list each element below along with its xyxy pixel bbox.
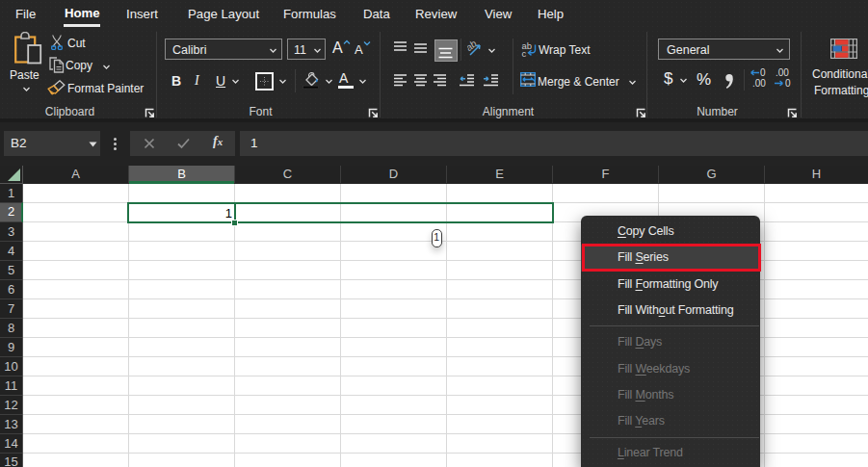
svg-text:0: 0 <box>785 78 791 89</box>
svg-text:.00: .00 <box>776 67 789 78</box>
svg-text:0: 0 <box>760 67 766 78</box>
svg-text:c: c <box>522 48 527 59</box>
svg-text:.00: .00 <box>752 78 766 89</box>
